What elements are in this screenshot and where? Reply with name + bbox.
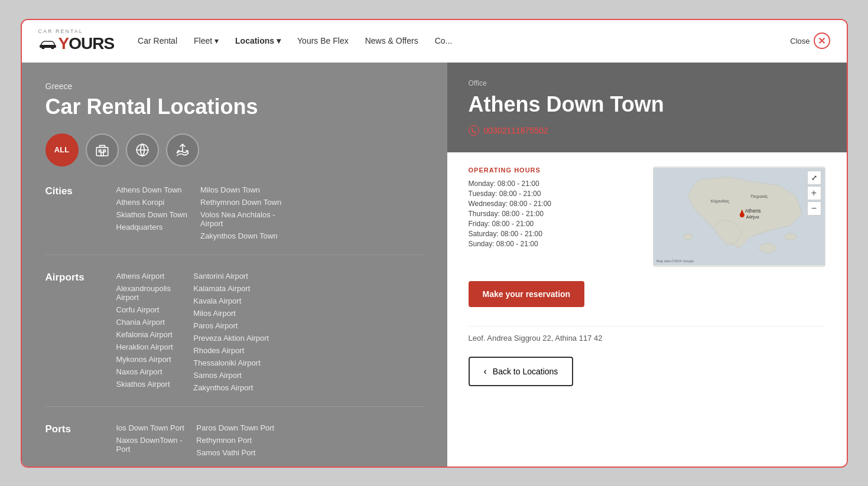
back-arrow-icon: ‹ bbox=[484, 366, 487, 377]
logo-sub: CAR RENTAL bbox=[38, 28, 115, 34]
filter-all[interactable]: ALL bbox=[45, 133, 79, 167]
list-item[interactable]: Zakynthos Down Town bbox=[200, 231, 285, 240]
list-item[interactable]: Skiathos Down Town bbox=[116, 210, 201, 219]
list-item[interactable]: Santorini Airport bbox=[193, 272, 271, 280]
navbar: CAR RENTAL YOURS Car Rental Fleet ▾ Loca… bbox=[22, 20, 847, 63]
phone-number: 00302111875502 bbox=[484, 126, 548, 135]
cities-title: Cities bbox=[45, 185, 116, 232]
list-item[interactable]: Kavala Airport bbox=[193, 296, 271, 305]
svg-text:Κόρινθος: Κόρινθος bbox=[710, 198, 729, 203]
list-item[interactable]: Athens Airport bbox=[116, 272, 194, 280]
nav-links: Car Rental Fleet ▾ Locations ▾ Yours Be … bbox=[138, 36, 830, 45]
list-item[interactable]: Milos Airport bbox=[193, 309, 271, 318]
list-item[interactable]: Paros Airport bbox=[193, 321, 271, 330]
ports-section: Ports Ios Down Town Port Naxos DownTown … bbox=[45, 423, 424, 467]
map-svg: Athens Αθήνα Κόρινθος Πειραιάς Map data … bbox=[654, 167, 825, 266]
logo-text: YOURS bbox=[58, 34, 115, 53]
svg-text:Πειραιάς: Πειραιάς bbox=[750, 194, 768, 199]
office-label: Office bbox=[469, 79, 825, 87]
map-zoom-controls: + − bbox=[807, 186, 821, 216]
list-item[interactable]: Rhodes Airport bbox=[193, 346, 271, 355]
close-button[interactable]: Close ✕ bbox=[790, 32, 830, 49]
right-panel: Office Athens Down Town 00302111875502 bbox=[447, 63, 847, 467]
svg-text:Athens: Athens bbox=[745, 208, 761, 214]
hours-saturday: Saturday: 08:00 - 21:00 bbox=[469, 230, 641, 238]
country-label: Greece bbox=[45, 81, 424, 91]
airports-col2: Santorini Airport Kalamata Airport Kaval… bbox=[193, 272, 271, 392]
phone-icon bbox=[469, 125, 479, 136]
list-item[interactable]: Kefalonia Airport bbox=[116, 330, 194, 339]
hours-sunday: Sunday: 08:00 - 21:00 bbox=[469, 240, 641, 248]
location-header: Office Athens Down Town 00302111875502 bbox=[447, 63, 847, 152]
list-item[interactable]: Samos Airport bbox=[193, 371, 271, 380]
port-icon bbox=[175, 142, 190, 158]
filter-airport[interactable] bbox=[126, 133, 159, 167]
close-icon[interactable]: ✕ bbox=[814, 32, 830, 49]
cities-col1: Athens Down Town Athens Koropi Skiathos … bbox=[116, 185, 201, 240]
list-item[interactable]: Heraklion Airport bbox=[116, 343, 194, 351]
phone-svg bbox=[471, 128, 477, 133]
nav-locations[interactable]: Locations ▾ bbox=[235, 36, 281, 45]
list-item[interactable]: Rethymnon Port bbox=[196, 436, 277, 445]
list-item[interactable]: Mykonos Airport bbox=[116, 355, 194, 364]
filter-row: ALL bbox=[45, 133, 424, 167]
ports-title: Ports bbox=[45, 423, 116, 449]
main-content: Greece Car Rental Locations ALL bbox=[22, 63, 847, 467]
nav-fleet[interactable]: Fleet ▾ bbox=[194, 36, 219, 45]
list-item[interactable]: Naxos DownTown - Port bbox=[116, 436, 197, 454]
list-item[interactable]: Kalamata Airport bbox=[193, 284, 271, 293]
reserve-button[interactable]: Make your reservation bbox=[469, 281, 585, 307]
nav-co[interactable]: Co... bbox=[435, 36, 453, 45]
main-frame: CAR RENTAL YOURS Car Rental Fleet ▾ Loca… bbox=[21, 19, 848, 468]
airports-title: Airports bbox=[45, 272, 116, 384]
svg-text:Αθήνα: Αθήνα bbox=[746, 214, 759, 219]
svg-rect-5 bbox=[103, 150, 105, 152]
hours-title: OPERATING HOURS bbox=[469, 167, 641, 174]
map-container[interactable]: Athens Αθήνα Κόρινθος Πειραιάς Map data … bbox=[653, 167, 825, 267]
list-item[interactable]: Headquarters bbox=[116, 223, 201, 231]
svg-point-14 bbox=[683, 234, 692, 240]
list-item[interactable]: Thessaloniki Airport bbox=[193, 358, 271, 367]
nav-news-offers[interactable]: News & Offers bbox=[365, 36, 418, 45]
list-item[interactable]: Rethymnon Down Town bbox=[200, 198, 285, 207]
airports-col1: Athens Airport Alexandroupolis Airport C… bbox=[116, 272, 194, 392]
list-item[interactable]: Skiathos Airport bbox=[116, 380, 194, 389]
list-item[interactable]: Paros Down Town Port bbox=[196, 423, 277, 432]
list-item[interactable]: Naxos Airport bbox=[116, 367, 194, 376]
phone-row: 00302111875502 bbox=[469, 125, 825, 136]
back-to-locations-button[interactable]: ‹ Back to Locations bbox=[469, 357, 574, 386]
nav-yours-be-flex[interactable]: Yours Be Flex bbox=[297, 36, 349, 45]
list-item[interactable]: Athens Down Town bbox=[116, 185, 201, 194]
list-item[interactable]: Chania Airport bbox=[116, 318, 194, 327]
hours-tuesday: Tuesday: 08:00 - 21:00 bbox=[469, 190, 641, 198]
divider bbox=[469, 326, 825, 327]
cities-section: Cities Athens Down Town Athens Koropi Sk… bbox=[45, 185, 424, 255]
map-expand-button[interactable]: ⤢ bbox=[807, 171, 821, 185]
list-item[interactable]: Milos Down Town bbox=[200, 185, 285, 194]
list-item[interactable]: Preveza Aktion Airport bbox=[193, 334, 271, 343]
city-icon bbox=[95, 142, 110, 158]
page-title: Car Rental Locations bbox=[45, 94, 424, 119]
logo[interactable]: CAR RENTAL YOURS bbox=[38, 28, 115, 53]
zoom-out-button[interactable]: − bbox=[807, 201, 821, 216]
car-icon bbox=[38, 38, 57, 49]
cities-col2: Milos Down Town Rethymnon Down Town Volo… bbox=[200, 185, 285, 240]
svg-rect-3 bbox=[96, 147, 108, 155]
list-item[interactable]: Zakynthos Airport bbox=[193, 383, 271, 392]
svg-point-13 bbox=[785, 233, 796, 240]
filter-port[interactable] bbox=[166, 133, 199, 167]
close-label: Close bbox=[790, 37, 810, 45]
zoom-in-button[interactable]: + bbox=[807, 186, 821, 200]
list-item[interactable]: Corfu Airport bbox=[116, 305, 194, 314]
list-item[interactable]: Ios Down Town Port bbox=[116, 423, 197, 432]
filter-city[interactable] bbox=[86, 133, 119, 167]
nav-car-rental[interactable]: Car Rental bbox=[138, 36, 177, 45]
list-item[interactable]: Athens Koropi bbox=[116, 198, 201, 207]
ports-col1: Ios Down Town Port Naxos DownTown - Port bbox=[116, 423, 197, 457]
airports-section: Airports Athens Airport Alexandroupolis … bbox=[45, 272, 424, 407]
list-item[interactable]: Samos Vathi Port bbox=[196, 448, 277, 457]
list-item[interactable]: Volos Nea Anchialos -Airport bbox=[200, 210, 285, 228]
svg-rect-4 bbox=[99, 150, 100, 152]
list-item[interactable]: Alexandroupolis Airport bbox=[116, 284, 194, 302]
address-text: Leof. Andrea Siggrou 22, Athina 117 42 bbox=[469, 334, 825, 343]
